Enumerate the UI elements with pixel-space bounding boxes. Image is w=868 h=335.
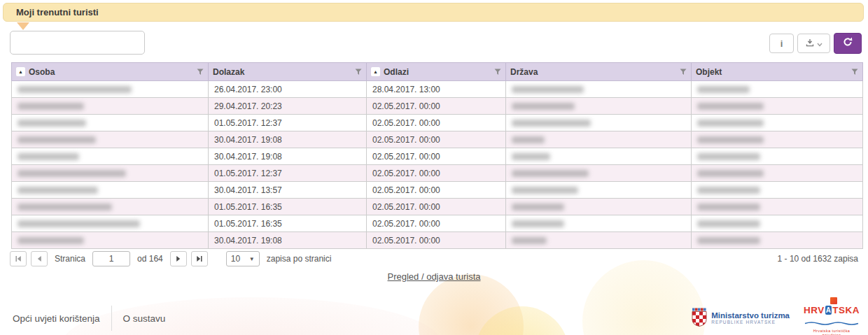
arrival-cell: 30.04.2017. 19:08: [209, 232, 367, 249]
sort-asc-icon: ▲: [16, 67, 25, 76]
ministry-subtitle: REPUBLIKE HRVATSKE: [711, 320, 790, 325]
footer: Opći uvjeti korištenja O sustavu: [0, 301, 868, 335]
croatian-coat-of-arms-icon: [692, 308, 707, 329]
arrival-cell: 30.04.2017. 19:08: [209, 131, 367, 148]
arrival-cell: 30.04.2017. 13:57: [209, 182, 367, 199]
htz-subtitle: Hrvatska turistička zajednica: [804, 329, 860, 335]
country-redacted: [512, 120, 591, 127]
object-redacted: [697, 204, 760, 211]
column-header-dolazak[interactable]: Dolazak: [209, 63, 367, 81]
column-label: Odlazi: [384, 67, 409, 77]
table-row[interactable]: 30.04.2017. 19:08 02.05.2017. 00:00: [12, 232, 863, 249]
arrival-cell: 01.05.2017. 12:37: [209, 165, 367, 182]
person-redacted: [18, 187, 98, 194]
previous-page-button[interactable]: [31, 251, 48, 266]
last-page-button[interactable]: [191, 251, 208, 266]
table-row[interactable]: 30.04.2017. 19:08 02.05.2017. 00:00: [12, 131, 863, 148]
departure-cell: 02.05.2017. 00:00: [367, 232, 506, 249]
person-redacted: [18, 136, 96, 143]
refresh-button[interactable]: [834, 33, 862, 54]
terms-of-use-link[interactable]: Opći uvjeti korištenja: [13, 313, 100, 324]
country-redacted: [512, 237, 547, 244]
htz-text-left: HRV: [804, 305, 825, 315]
htz-blue-a-icon: A: [825, 306, 832, 315]
ministry-name: Ministarstvo turizma: [711, 311, 790, 320]
person-redacted: [18, 153, 79, 160]
filter-icon[interactable]: [680, 69, 687, 76]
page-label: Stranica: [55, 254, 85, 264]
table-row[interactable]: 30.04.2017. 19:08 02.05.2017. 00:00: [12, 148, 863, 165]
filter-icon[interactable]: [197, 69, 204, 76]
column-header-odlazi[interactable]: ▲ Odlazi: [367, 63, 506, 81]
filter-icon[interactable]: [355, 69, 362, 76]
table-row[interactable]: 29.04.2017. 20:23 02.05.2017. 00:00: [12, 98, 863, 115]
arrival-cell: 01.05.2017. 16:35: [209, 199, 367, 215]
about-system-link[interactable]: O sustavu: [123, 313, 166, 324]
column-header-drzava[interactable]: Država: [506, 63, 692, 81]
filter-icon[interactable]: [851, 69, 858, 76]
filter-icon[interactable]: [494, 69, 501, 76]
arrival-cell: 26.04.2017. 23:00: [209, 81, 367, 98]
table-row[interactable]: 26.04.2017. 23:00 28.04.2017. 13:00: [12, 81, 863, 98]
person-redacted: [18, 237, 84, 244]
object-redacted: [697, 220, 760, 227]
person-redacted: [18, 120, 86, 127]
next-page-button[interactable]: [170, 251, 187, 266]
departure-cell: 02.05.2017. 00:00: [367, 115, 506, 131]
arrival-cell: 29.04.2017. 20:23: [209, 98, 367, 115]
country-redacted: [512, 153, 550, 160]
column-header-objekt[interactable]: Objekt: [692, 63, 863, 81]
table-row[interactable]: 01.05.2017. 12:37 02.05.2017. 00:00: [12, 115, 863, 131]
departure-cell: 02.05.2017. 00:00: [367, 199, 506, 215]
sort-asc-icon: ▲: [371, 67, 380, 76]
croatia-tourist-board-logo: HRV A TSKA Hrvatska turistička zajednica: [804, 299, 860, 335]
page-tab-banner: Moji trenutni turisti: [3, 3, 864, 22]
person-redacted: [18, 103, 84, 110]
object-redacted: [697, 187, 760, 194]
person-redacted: [18, 170, 126, 177]
search-input[interactable]: [10, 31, 145, 55]
per-page-select[interactable]: 10 ▼: [226, 251, 260, 266]
tab-pointer-triangle: [17, 22, 29, 30]
info-button[interactable]: i: [769, 34, 794, 53]
country-redacted: [512, 220, 564, 227]
departure-cell: 02.05.2017. 00:00: [367, 165, 506, 182]
tourists-table: ▲ Osoba Dolazak ▲ Odlazi: [11, 62, 863, 249]
table-row[interactable]: 30.04.2017. 13:57 02.05.2017. 00:00: [12, 182, 863, 199]
object-redacted: [697, 170, 764, 177]
column-label: Država: [510, 67, 538, 77]
htz-wave-icon: [804, 321, 859, 325]
per-page-value: 10: [231, 254, 240, 264]
pagination-bar: Stranica od 164 10 ▼ zapisa po stranici: [10, 251, 334, 266]
object-redacted: [697, 86, 750, 93]
export-button[interactable]: [797, 34, 830, 53]
column-label: Objekt: [696, 67, 722, 77]
download-icon: [806, 37, 814, 50]
object-redacted: [697, 120, 764, 127]
page-number-input[interactable]: [92, 251, 130, 266]
country-redacted: [512, 136, 545, 143]
person-redacted: [18, 86, 132, 93]
refresh-icon: [843, 37, 853, 50]
per-page-label: zapisa po stranici: [267, 254, 332, 264]
table-row[interactable]: 01.05.2017. 12:37 02.05.2017. 00:00: [12, 165, 863, 182]
tourist-overview-link[interactable]: Pregled / odjava turista: [388, 271, 481, 282]
footer-divider: [111, 306, 112, 331]
departure-cell: 02.05.2017. 00:00: [367, 131, 506, 148]
table-header-row: ▲ Osoba Dolazak ▲ Odlazi: [12, 63, 863, 81]
arrival-cell: 01.05.2017. 12:37: [209, 115, 367, 131]
departure-cell: 28.04.2017. 13:00: [367, 81, 506, 98]
column-header-osoba[interactable]: ▲ Osoba: [12, 63, 209, 81]
object-redacted: [697, 153, 760, 160]
chevron-down-icon: [817, 37, 822, 50]
departure-cell: 02.05.2017. 00:00: [367, 182, 506, 199]
ministry-of-tourism-logo: Ministarstvo turizma REPUBLIKE HRVATSKE: [692, 308, 790, 329]
first-page-button[interactable]: [10, 251, 27, 266]
toolbar: i: [769, 33, 862, 54]
table-row[interactable]: 01.05.2017. 16:35 02.05.2017. 00:00: [12, 199, 863, 215]
table-row[interactable]: 01.05.2017. 16:35 02.05.2017. 00:00: [12, 215, 863, 232]
country-redacted: [512, 187, 578, 194]
htz-orange-square-icon: [830, 297, 837, 304]
country-redacted: [512, 204, 564, 211]
select-arrow-icon: ▼: [249, 256, 255, 262]
